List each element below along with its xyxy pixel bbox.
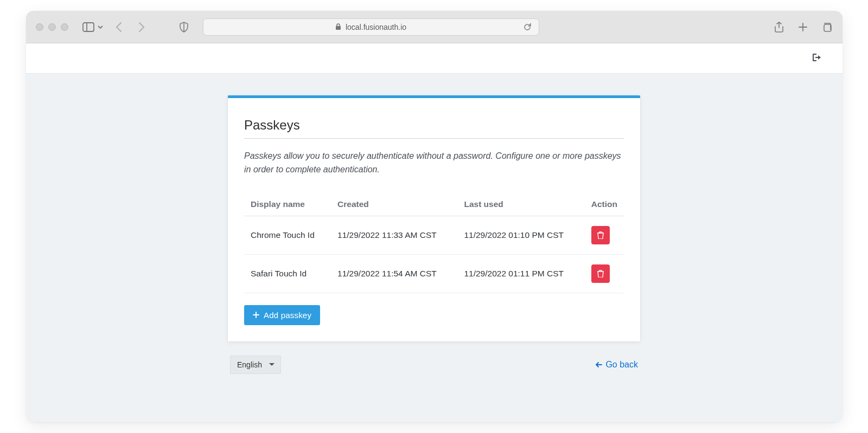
delete-button[interactable] (591, 264, 610, 283)
passkeys-panel: Passkeys Passkeys allow you to securely … (228, 95, 640, 341)
zoom-traffic-icon[interactable] (61, 23, 68, 31)
cell-name: Safari Touch Id (244, 254, 331, 293)
col-action: Action (585, 194, 624, 216)
app-header (26, 43, 843, 74)
close-traffic-icon[interactable] (36, 23, 43, 31)
share-icon[interactable] (773, 21, 785, 33)
svg-rect-3 (336, 26, 341, 30)
cell-last-used: 11/29/2022 01:11 PM CST (457, 254, 584, 293)
language-select[interactable]: English (230, 356, 281, 374)
delete-button[interactable] (591, 226, 610, 244)
go-back-label: Go back (605, 360, 638, 370)
table-row: Safari Touch Id 11/29/2022 11:54 AM CST … (244, 254, 624, 293)
browser-window: local.fusionauth.io Passkeys (26, 11, 843, 422)
tab-overview-icon[interactable] (821, 21, 833, 33)
trash-icon (597, 231, 604, 239)
window-traffic-lights (36, 23, 68, 31)
svg-rect-0 (83, 23, 94, 31)
trash-icon (597, 269, 604, 277)
back-button[interactable] (113, 21, 125, 33)
forward-button[interactable] (136, 21, 148, 33)
url-text: local.fusionauth.io (346, 23, 406, 31)
passkeys-table: Display name Created Last used Action Ch… (244, 194, 624, 293)
browser-toolbar: local.fusionauth.io (26, 11, 843, 43)
url-bar[interactable]: local.fusionauth.io (203, 18, 539, 36)
new-tab-icon[interactable] (797, 21, 809, 33)
logout-icon[interactable] (812, 53, 822, 64)
add-passkey-button[interactable]: Add passkey (244, 305, 320, 325)
arrow-left-icon (596, 361, 602, 368)
cell-created: 11/29/2022 11:33 AM CST (331, 216, 457, 254)
svg-rect-4 (824, 24, 831, 31)
footer-row: English Go back (228, 356, 640, 374)
chevron-down-icon (98, 24, 103, 30)
refresh-icon[interactable] (521, 21, 533, 33)
col-display-name: Display name (244, 194, 331, 216)
add-passkey-label: Add passkey (264, 311, 311, 320)
col-created: Created (331, 194, 457, 216)
cell-name: Chrome Touch Id (244, 216, 331, 254)
page-body: Passkeys Passkeys allow you to securely … (26, 74, 843, 422)
table-row: Chrome Touch Id 11/29/2022 11:33 AM CST … (244, 216, 624, 254)
cell-created: 11/29/2022 11:54 AM CST (331, 254, 457, 293)
cell-last-used: 11/29/2022 01:10 PM CST (457, 216, 584, 254)
sidebar-toggle-button[interactable] (82, 22, 103, 32)
shield-icon[interactable] (178, 21, 190, 33)
col-last-used: Last used (457, 194, 584, 216)
panel-title: Passkeys (244, 118, 624, 139)
plus-icon (253, 312, 259, 318)
go-back-link[interactable]: Go back (596, 360, 638, 370)
minimize-traffic-icon[interactable] (48, 23, 56, 31)
lock-icon (335, 23, 341, 30)
panel-description: Passkeys allow you to securely authentic… (244, 150, 624, 177)
